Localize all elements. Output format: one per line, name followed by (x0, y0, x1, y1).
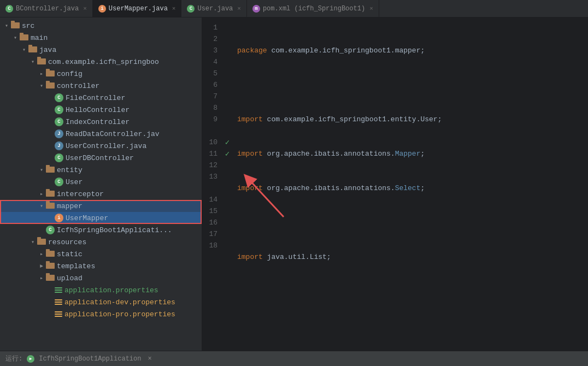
sidebar-item-usercontroller[interactable]: J UserController.java (0, 140, 202, 152)
run-label: 运行: (5, 354, 22, 363)
tab-close-pom[interactable]: × (369, 5, 373, 12)
svg-rect-8 (46, 70, 55, 76)
svg-rect-22 (46, 263, 55, 269)
arrow-entity (37, 166, 46, 174)
folder-icon-templates (46, 261, 55, 271)
tab-pom[interactable]: m pom.xml (icfh_SpringBoot1) × (247, 0, 379, 17)
svg-rect-2 (20, 34, 28, 40)
sidebar-item-com[interactable]: com.example.icfh_springboo (0, 56, 202, 68)
sidebar-label-indexcontroller: IndexController (66, 118, 130, 126)
sidebar-item-usermapper[interactable]: i UserMapper (0, 212, 202, 224)
sidebar-label-app-pro: application-pro.properties (64, 310, 175, 318)
marker-line11: ✓ (225, 149, 230, 158)
sidebar-item-static[interactable]: static (0, 248, 202, 260)
tab-close-user[interactable]: × (237, 5, 241, 12)
icon-usercontroller: J (55, 141, 63, 150)
svg-rect-19 (37, 237, 41, 239)
sidebar-item-app-dev[interactable]: application-dev.properties (0, 296, 202, 308)
sidebar-item-app-props[interactable]: application.properties (0, 284, 202, 296)
gutter: ✓ ✓ (222, 17, 233, 351)
folder-icon-resources (37, 237, 46, 247)
folder-icon-src (11, 21, 20, 31)
code-line-8 (237, 286, 588, 297)
sidebar-item-hellocontroller[interactable]: C HelloController (0, 104, 202, 116)
code-line-1: package com.example.icfh_springboot1.map… (237, 45, 588, 56)
code-line-9 (237, 320, 588, 332)
sidebar-item-mapper[interactable]: mapper (0, 200, 202, 212)
red-arrow-annotation (237, 173, 286, 222)
icon-usermapper: i (55, 214, 63, 222)
code-editor[interactable]: 1 2 3 4 5 6 7 8 9 10 11 12 13 14 15 16 1… (202, 17, 588, 351)
sidebar-label-user-class: User (66, 178, 83, 186)
tab-close-bcontroller[interactable]: × (83, 5, 87, 12)
sidebar-label-app-dev: application-dev.properties (64, 298, 175, 306)
sidebar-item-interceptor[interactable]: interceptor (0, 188, 202, 200)
line-numbers: 1 2 3 4 5 6 7 8 9 10 11 12 13 14 15 16 1… (202, 17, 222, 351)
folder-icon-upload (46, 273, 55, 283)
svg-rect-23 (46, 261, 50, 263)
sidebar-label-app-props: application.properties (64, 286, 158, 294)
svg-rect-21 (46, 249, 50, 251)
sidebar-label-usermapper: UserMapper (66, 214, 108, 222)
svg-rect-25 (46, 273, 50, 275)
sidebar-item-user-class[interactable]: C User (0, 176, 202, 188)
code-line-4: import org.apache.ibatis.annotations.Map… (237, 148, 588, 160)
sidebar-item-src[interactable]: src (0, 20, 202, 32)
code-line-6 (237, 217, 588, 228)
svg-rect-10 (46, 82, 55, 88)
sidebar-label-resources: resources (48, 238, 86, 246)
sidebar-item-entity[interactable]: entity (0, 164, 202, 176)
icon-filecontroller: C (55, 93, 63, 102)
sidebar-label-hellocontroller: HelloController (66, 106, 130, 114)
svg-rect-6 (37, 58, 46, 64)
sidebar-label-usercontroller: UserController.java (66, 142, 146, 150)
sidebar-item-filecontroller[interactable]: C FileController (0, 92, 202, 104)
icon-app-props (55, 287, 62, 293)
tab-user[interactable]: C User.java × (181, 0, 246, 17)
svg-rect-12 (46, 167, 55, 173)
sidebar-item-app-pro[interactable]: application-pro.properties (0, 308, 202, 320)
sidebar-label-readdatacontroller: ReadDataController.jav (66, 130, 160, 138)
icon-hellocontroller: C (55, 105, 63, 114)
sidebar-item-readdatacontroller[interactable]: J ReadDataController.jav (0, 128, 202, 140)
arrow-upload (37, 274, 46, 282)
icon-readdatacontroller: J (55, 129, 63, 138)
tab-close-usermapper[interactable]: × (172, 5, 176, 12)
svg-rect-1 (11, 21, 15, 23)
sidebar-item-indexcontroller[interactable]: C IndexController (0, 116, 202, 128)
sidebar-item-templates[interactable]: ► templates (0, 260, 202, 272)
sidebar-item-main[interactable]: main (0, 32, 202, 44)
tab-usermapper[interactable]: i UserMapper.java × (93, 0, 182, 17)
sidebar-item-resources[interactable]: resources (0, 236, 202, 248)
svg-rect-11 (46, 81, 50, 83)
sidebar-label-icfhapp: IcfhSpringBoot1Applicati... (57, 226, 172, 234)
sidebar-item-config[interactable]: config (0, 68, 202, 80)
sidebar-item-icfhapp[interactable]: C IcfhSpringBoot1Applicati... (0, 224, 202, 236)
sidebar-item-java[interactable]: java (0, 44, 202, 56)
sidebar-label-mapper: mapper (57, 202, 83, 210)
tab-bcontroller[interactable]: C BController.java × (0, 0, 93, 17)
arrow-resources (28, 238, 37, 246)
folder-icon-interceptor (46, 189, 55, 199)
folder-icon-static (46, 249, 55, 259)
sidebar-label-entity: entity (57, 166, 83, 174)
sidebar-item-upload[interactable]: upload (0, 272, 202, 284)
sidebar-item-controller[interactable]: controller (0, 80, 202, 92)
folder-icon-mapper (46, 201, 55, 211)
sidebar-label-interceptor: interceptor (57, 190, 104, 198)
marker-line10: ✓ (225, 138, 230, 147)
tab-label-user: User.java (197, 5, 233, 13)
tab-label-bcontroller: BController.java (16, 5, 79, 13)
app-label: IcfhSpringBoot1Application (39, 355, 141, 363)
arrow-mapper (37, 202, 46, 210)
sidebar-label-java: java (39, 46, 56, 54)
close-run[interactable]: × (148, 355, 151, 363)
code-content[interactable]: package com.example.icfh_springboot1.map… (233, 17, 588, 351)
folder-icon-main (20, 33, 28, 43)
icon-user-class: C (55, 178, 63, 186)
sidebar[interactable]: src main java com.examp (0, 17, 202, 351)
sidebar-item-userdbcontroller[interactable]: C UserDBController (0, 152, 202, 164)
mapper-border-wrapper: mapper i UserMapper (0, 200, 202, 224)
sidebar-label-static: static (57, 250, 83, 258)
icon-userdbcontroller: C (55, 154, 63, 162)
